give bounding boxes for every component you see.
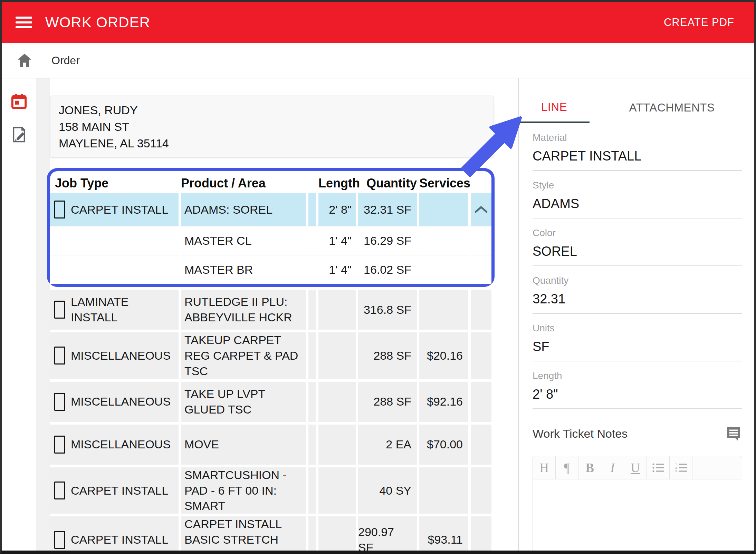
- services-cell: $93.11: [419, 516, 468, 554]
- services-cell-text: $20.16: [427, 348, 463, 363]
- services-cell: [419, 467, 468, 514]
- collapse-row-button[interactable]: [471, 193, 491, 226]
- job-type-cell: LAMINATE INSTALL: [50, 290, 179, 330]
- line-row[interactable]: MISCELLANEOUSTAKEUP CARPET REG CARPET & …: [50, 332, 518, 379]
- comment-icon[interactable]: [725, 425, 742, 442]
- bullet-list-button[interactable]: [647, 456, 670, 479]
- field-length: Length2' 8": [533, 370, 742, 409]
- product-area-cell: CARPET INSTALL BASIC STRETCH BHM: [181, 516, 306, 554]
- expand-cell: [471, 226, 491, 255]
- table-header-row: Job Type Product / Area Length Quantity …: [50, 171, 491, 193]
- job-type-cell: CARPET INSTALL: [50, 193, 179, 226]
- col-header-services: Services: [419, 176, 468, 191]
- home-icon[interactable]: [16, 51, 34, 69]
- row-checkbox[interactable]: [54, 436, 65, 454]
- bold-button[interactable]: B: [578, 456, 601, 479]
- field-value[interactable]: SOREL: [533, 244, 742, 266]
- quantity-cell-text: 290.97 SF: [358, 524, 411, 554]
- panel-tabs: LINE ATTACHMENTS: [519, 92, 754, 123]
- services-cell: $92.16: [419, 382, 468, 422]
- spacer-cell: [308, 332, 316, 379]
- length-cell-text: 1' 4": [329, 233, 352, 249]
- services-cell-text: $70.00: [427, 437, 463, 452]
- field-value[interactable]: 32.31: [533, 292, 742, 314]
- field-value[interactable]: 2' 8": [533, 387, 742, 409]
- ordered-list-button[interactable]: 123: [670, 456, 692, 479]
- field-value[interactable]: CARPET INSTALL: [533, 149, 742, 171]
- product-area-cell: TAKE UP LVPT GLUED TSC: [181, 382, 306, 422]
- hamburger-menu-icon[interactable]: [16, 17, 32, 28]
- spacer-cell: [308, 226, 316, 255]
- col-header-product: Product / Area: [181, 176, 306, 191]
- quantity-cell: 290.97 SF: [358, 516, 417, 554]
- job-type-cell: CARPET INSTALL: [50, 516, 179, 554]
- services-cell: [419, 290, 468, 330]
- row-checkbox[interactable]: [54, 201, 65, 218]
- quantity-cell: 288 SF: [358, 382, 417, 422]
- spacer-cell: [308, 425, 316, 465]
- customer-street: 158 MAIN ST: [59, 118, 494, 135]
- row-checkbox[interactable]: [54, 531, 65, 549]
- services-cell-text: $93.11: [428, 532, 463, 547]
- underline-button[interactable]: U: [624, 456, 647, 479]
- line-row[interactable]: MISCELLANEOUSTAKE UP LVPT GLUED TSC288 S…: [50, 382, 518, 422]
- product-area-cell-text: RUTLEDGE II PLU: ABBEYVILLE HCKR: [184, 294, 303, 325]
- quantity-cell-text: 16.02 SF: [364, 262, 411, 278]
- line-row[interactable]: MISCELLANEOUSMOVE2 EA$70.00: [50, 425, 518, 465]
- row-checkbox[interactable]: [54, 393, 65, 411]
- svg-text:3: 3: [675, 469, 677, 473]
- notes-editor[interactable]: [533, 479, 742, 554]
- breadcrumb-bar: Order: [2, 43, 754, 78]
- bullet-list-icon: [652, 463, 664, 473]
- order-main: JONES, RUDY 158 MAIN ST MAYLENE, AL 3511…: [50, 78, 518, 551]
- product-area-cell-text: CARPET INSTALL BASIC STRETCH BHM: [184, 516, 303, 554]
- svg-text:2: 2: [675, 466, 677, 469]
- quantity-cell: 2 EA: [358, 425, 417, 465]
- row-checkbox[interactable]: [54, 301, 65, 319]
- services-cell-text: $92.16: [427, 394, 463, 409]
- app-bar: WORK ORDER CREATE PDF: [2, 2, 754, 43]
- calendar-icon[interactable]: [10, 92, 28, 111]
- spacer-cell: [308, 467, 316, 514]
- ordered-list-icon: 123: [675, 463, 687, 473]
- selected-line-sub-row[interactable]: MASTER CL1' 4"16.29 SF: [50, 226, 491, 255]
- svg-text:1: 1: [675, 463, 677, 466]
- line-row[interactable]: CARPET INSTALLCARPET INSTALL BASIC STRET…: [50, 516, 518, 554]
- job-type-cell: [50, 226, 179, 255]
- line-row[interactable]: LAMINATE INSTALLRUTLEDGE II PLU: ABBEYVI…: [50, 290, 518, 330]
- italic-button[interactable]: I: [601, 456, 624, 479]
- length-cell: [318, 332, 356, 379]
- col-header-quantity: Quantity: [358, 176, 417, 191]
- tab-attachments[interactable]: ATTACHMENTS: [590, 92, 754, 123]
- product-area-cell-text: MASTER CL: [184, 233, 252, 249]
- selected-line-sub-row[interactable]: MASTER BR1' 4"16.02 SF: [50, 255, 491, 284]
- expand-cell: [471, 467, 491, 514]
- field-label: Quantity: [533, 275, 742, 286]
- left-gutter: [36, 78, 50, 551]
- length-cell: 2' 8": [318, 193, 356, 226]
- paragraph-button[interactable]: ¶: [556, 456, 578, 479]
- quantity-cell: 32.31 SF: [358, 193, 417, 226]
- product-area-cell: ADAMS: SOREL: [181, 193, 306, 226]
- row-checkbox[interactable]: [54, 347, 65, 365]
- length-cell: [318, 290, 356, 330]
- breadcrumb: Order: [51, 54, 80, 67]
- field-value[interactable]: SF: [533, 339, 742, 361]
- line-detail-panel: LINE ATTACHMENTS MaterialCARPET INSTALLS…: [518, 78, 754, 551]
- job-type-cell: MISCELLANEOUS: [50, 332, 179, 379]
- line-row[interactable]: CARPET INSTALLSMARTCUSHION - PAD - 6 FT …: [50, 467, 518, 514]
- product-area-cell: MASTER CL: [181, 226, 306, 255]
- create-pdf-button[interactable]: CREATE PDF: [662, 16, 736, 29]
- edit-note-icon[interactable]: [10, 125, 28, 144]
- tab-line[interactable]: LINE: [519, 92, 590, 123]
- expand-cell: [471, 290, 491, 330]
- spacer-cell: [308, 290, 316, 330]
- field-value[interactable]: ADAMS: [533, 196, 742, 218]
- selected-line-row[interactable]: CARPET INSTALLADAMS: SOREL2' 8"32.31 SF: [50, 193, 491, 226]
- expand-cell: [471, 382, 491, 422]
- length-cell: 1' 4": [318, 226, 356, 255]
- row-checkbox[interactable]: [54, 482, 65, 499]
- field-color: ColorSOREL: [533, 227, 742, 266]
- heading-button[interactable]: H: [533, 456, 556, 479]
- services-cell: [419, 226, 468, 255]
